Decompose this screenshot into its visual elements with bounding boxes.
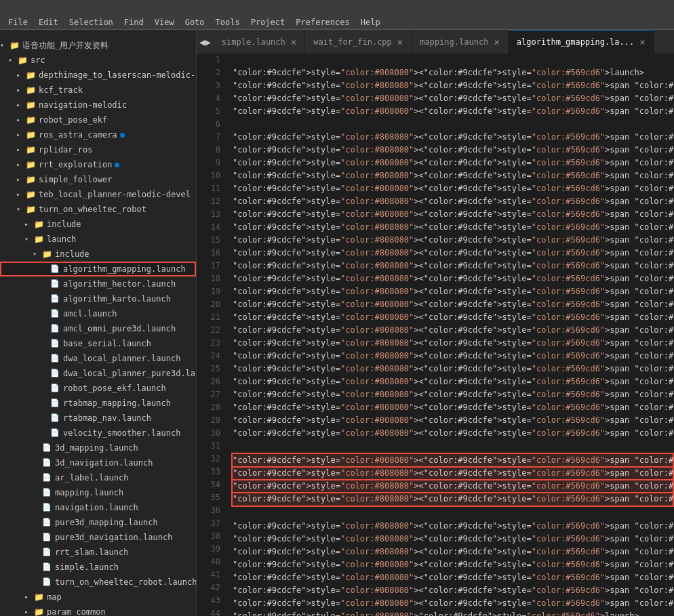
tree-item-algorithm_karto.launch[interactable]: 📄algorithm_karto.launch: [0, 291, 196, 306]
tree-item-root-folder[interactable]: ▾📁语音功能_用户开发资料: [0, 38, 196, 53]
tree-item-launch[interactable]: ▾📁launch: [0, 232, 196, 247]
tree-item-3d_navigation.launch[interactable]: 📄3d_navigation.launch: [0, 455, 196, 470]
tree-item-kcf_track[interactable]: ▸📁kcf_track: [0, 83, 196, 98]
line-number: 42: [203, 581, 220, 594]
tree-item-velocity_smoother.launch[interactable]: 📄velocity_smoother.launch: [0, 426, 196, 440]
tree-item-amcl.launch[interactable]: 📄amcl.launch: [0, 306, 196, 321]
tab-simple.launch[interactable]: simple.launch×: [214, 30, 305, 54]
tree-item-include-top[interactable]: ▸📁include: [0, 217, 196, 232]
file-icon: 📄: [50, 322, 61, 335]
file-icon: 📄: [42, 486, 53, 499]
tab-nav-arrows[interactable]: ◀▶: [197, 37, 214, 47]
folder-arrow-icon: ▸: [16, 143, 26, 157]
file-icon: 📄: [50, 262, 61, 276]
tree-item-map[interactable]: ▸📁map: [0, 590, 196, 604]
line-number: 7: [203, 131, 220, 144]
code-line-22: "color:#9cdcfe">style="color:#808080"><"…: [233, 324, 674, 337]
code-line-43: "color:#9cdcfe">style="color:#808080"><"…: [233, 597, 674, 610]
tree-item-label: dwa_local_planner_pure3d.launch: [63, 367, 196, 380]
tree-item-amcl_omni_pure3d.launch[interactable]: 📄amcl_omni_pure3d.launch: [0, 321, 196, 336]
tree-item-navigation-melodic[interactable]: ▸📁navigation-melodic: [0, 98, 196, 112]
line-number: 2: [203, 66, 220, 79]
tree-item-robot_pose_ekf[interactable]: ▸📁robot_pose_ekf: [0, 112, 196, 127]
tree-item-teb_local_planner[interactable]: ▸📁teb_local_planner-melodic-devel: [0, 187, 196, 202]
file-icon: 📄: [42, 456, 53, 470]
file-icon: 📄: [42, 501, 53, 514]
tree-item-3d_mapping.launch[interactable]: 📄3d_mapping.launch: [0, 440, 196, 455]
menu-item-view[interactable]: View: [149, 16, 180, 28]
tree-item-rrt_exploration[interactable]: ▸📁rrt_exploration: [0, 157, 196, 172]
line-number: 3: [203, 79, 220, 92]
tree-item-label: amcl_omni_pure3d.launch: [63, 322, 176, 335]
code-line-25: "color:#9cdcfe">style="color:#808080"><"…: [233, 363, 674, 375]
tree-item-rplidar_ros[interactable]: ▸📁rplidar_ros: [0, 142, 196, 157]
tab-algorithm_gmapping.launch[interactable]: algorithm_gmapping.la...×: [509, 30, 654, 54]
tree-item-param_common[interactable]: ▸📁param_common: [0, 604, 196, 616]
code-editor: 1234567891011121314151617181920212223242…: [197, 54, 674, 616]
code-line-19: "color:#9cdcfe">style="color:#808080"><"…: [233, 285, 674, 298]
tab-close-icon[interactable]: ×: [397, 37, 403, 47]
file-icon: 📄: [50, 426, 61, 440]
code-content[interactable]: "color:#9cdcfe">style="color:#808080"><"…: [227, 54, 674, 616]
tree-item-include-launch[interactable]: ▾📁include: [0, 247, 196, 262]
tree-item-depthimage[interactable]: ▸📁depthimage_to_laserscan-melodic-devel: [0, 68, 196, 83]
file-icon: 📄: [50, 337, 61, 350]
tree-item-rrt_slam.launch[interactable]: 📄rrt_slam.launch: [0, 545, 196, 560]
file-icon: 📄: [42, 441, 53, 455]
line-number: 43: [203, 594, 220, 607]
menu-item-file[interactable]: File: [3, 16, 33, 28]
tree-item-label: algorithm_karto.launch: [63, 292, 171, 306]
menu-item-selection[interactable]: Selection: [64, 16, 119, 28]
tree-item-base_serial.launch[interactable]: 📄base_serial.launch: [0, 336, 196, 351]
tree-item-label: ar_label.launch: [55, 471, 128, 485]
folder-tree[interactable]: ▾📁语音功能_用户开发资料▾📁src▸📁depthimage_to_lasers…: [0, 38, 196, 616]
menu-item-edit[interactable]: Edit: [33, 16, 64, 28]
tab-close-icon[interactable]: ×: [494, 37, 499, 47]
tree-item-simple.launch[interactable]: 📄simple.launch: [0, 560, 196, 575]
tree-item-pure3d_navigation.launch[interactable]: 📄pure3d_navigation.launch: [0, 530, 196, 545]
tree-item-algorithm_gmapping.launch[interactable]: 📄algorithm_gmapping.launch: [0, 262, 196, 276]
menu-item-goto[interactable]: Goto: [180, 16, 210, 28]
tree-item-robot_pose_ekf.launch[interactable]: 📄robot_pose_ekf.launch: [0, 381, 196, 396]
tree-item-label: dwa_local_planner.launch: [63, 352, 180, 365]
code-line-7: "color:#9cdcfe">style="color:#808080"><"…: [233, 131, 674, 144]
tree-item-navigation.launch[interactable]: 📄navigation.launch: [0, 500, 196, 515]
menu-item-project[interactable]: Project: [245, 16, 291, 28]
line-number: 44: [203, 607, 220, 616]
line-number: 34: [203, 478, 220, 491]
file-icon: 📄: [42, 560, 53, 574]
tree-item-turn_on_wheeltec_robot.launch[interactable]: 📄turn_on_wheeltec_robot.launch: [0, 575, 196, 590]
folder-icon: 📁: [34, 590, 45, 604]
tree-item-ros_astra_camera[interactable]: ▸📁ros_astra_camera: [0, 127, 196, 142]
tree-item-label: depthimage_to_laserscan-melodic-devel: [39, 68, 196, 82]
tree-item-rtabmap_mapping.launch[interactable]: 📄rtabmap_mapping.launch: [0, 396, 196, 411]
folder-icon: 📁: [9, 39, 20, 52]
tree-item-turn_on_wheeltec_robot[interactable]: ▾📁turn_on_wheeltec_robot: [0, 202, 196, 217]
code-line-30: "color:#9cdcfe">style="color:#808080"><"…: [233, 427, 674, 440]
menu-item-tools[interactable]: Tools: [210, 16, 245, 28]
tree-item-src[interactable]: ▾📁src: [0, 53, 196, 68]
tree-item-dwa_local_planner_pure3d.launch[interactable]: 📄dwa_local_planner_pure3d.launch: [0, 366, 196, 381]
tree-item-dwa_local_planner.launch[interactable]: 📄dwa_local_planner.launch: [0, 351, 196, 366]
menu-item-preferences[interactable]: Preferences: [290, 16, 355, 28]
folder-arrow-icon: ▸: [24, 218, 34, 231]
tree-item-ar_label.launch[interactable]: 📄ar_label.launch: [0, 470, 196, 485]
code-line-42: "color:#9cdcfe">style="color:#808080"><"…: [233, 584, 674, 597]
tree-item-rtabmap_nav.launch[interactable]: 📄rtabmap_nav.launch: [0, 411, 196, 426]
folder-icon: 📁: [26, 68, 37, 82]
folder-icon: 📁: [26, 203, 37, 216]
tree-item-mapping.launch[interactable]: 📄mapping.launch: [0, 485, 196, 500]
tree-item-simple_follower[interactable]: ▸📁simple_follower: [0, 172, 196, 187]
code-line-41: "color:#9cdcfe">style="color:#808080"><"…: [233, 571, 674, 584]
menu-item-find[interactable]: Find: [119, 16, 149, 28]
tree-item-algorithm_hector.launch[interactable]: 📄algorithm_hector.launch: [0, 276, 196, 291]
code-line-6: [233, 118, 674, 131]
tab-mapping.launch[interactable]: mapping.launch×: [412, 30, 509, 54]
tab-close-icon[interactable]: ×: [291, 37, 296, 47]
tree-item-pure3d_mapping.launch[interactable]: 📄pure3d_mapping.launch: [0, 515, 196, 530]
tab-wait_for_fin.cpp[interactable]: wait_for_fin.cpp×: [305, 30, 412, 54]
tree-item-label: rplidar_ros: [39, 143, 92, 157]
menu-item-help[interactable]: Help: [355, 16, 386, 28]
line-number: 15: [203, 234, 220, 247]
tab-close-icon[interactable]: ×: [639, 37, 645, 47]
